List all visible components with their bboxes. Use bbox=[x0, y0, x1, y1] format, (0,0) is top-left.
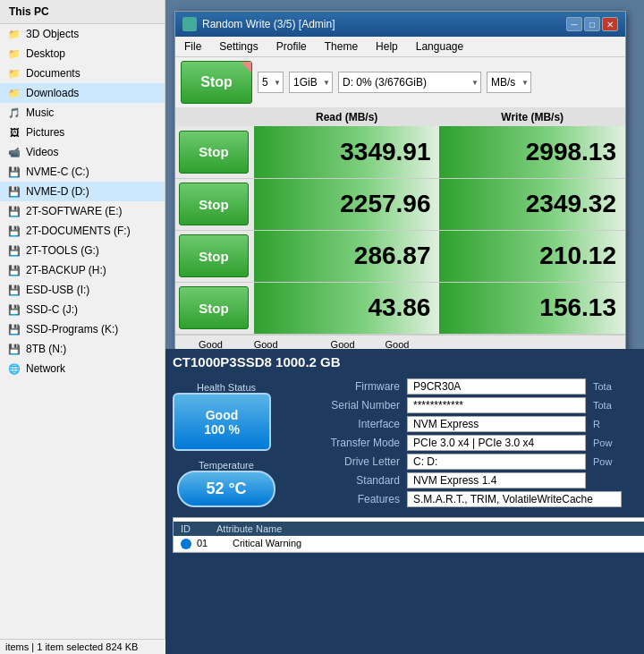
bench-write-4: 156.13 bbox=[439, 282, 625, 334]
maximize-button[interactable]: □ bbox=[584, 17, 600, 31]
drive-icon: 💾 bbox=[7, 302, 21, 317]
firmware-extra: Tota bbox=[593, 381, 612, 392]
sidebar-item-music[interactable]: 🎵 Music bbox=[0, 103, 165, 123]
close-button[interactable]: ✕ bbox=[602, 17, 618, 31]
bench-read-2: 2257.96 bbox=[254, 178, 440, 230]
sidebar-item-2t-documents-f[interactable]: 💾 2T-DOCUMENTS (F:) bbox=[0, 221, 165, 241]
drive-icon: 💾 bbox=[7, 322, 21, 336]
sidebar-item-downloads[interactable]: 📁 Downloads bbox=[0, 83, 165, 103]
app-icon bbox=[182, 17, 197, 31]
sidebar-item-esd-usb-i[interactable]: 💾 ESD-USB (I:) bbox=[0, 280, 165, 300]
sidebar-item-label: Pictures bbox=[26, 126, 64, 139]
stop-button-3[interactable]: Stop bbox=[179, 234, 249, 277]
bench-header-write: Write (MB/s) bbox=[439, 108, 625, 126]
sidebar-item-pictures[interactable]: 🖼 Pictures bbox=[0, 123, 165, 142]
sidebar-item-label: Desktop bbox=[26, 47, 65, 60]
folder-icon: 📁 bbox=[7, 47, 21, 61]
drive-icon: 💾 bbox=[7, 184, 21, 199]
sidebar-item-videos[interactable]: 📹 Videos bbox=[0, 142, 165, 162]
serial-value: ************ bbox=[407, 397, 586, 413]
stop-button-1[interactable]: Stop bbox=[179, 131, 249, 174]
bench-btn-cell-2: Stop bbox=[175, 178, 254, 230]
count-select-wrapper: 5 bbox=[258, 72, 284, 93]
sidebar-item-ssd-programs-k[interactable]: 💾 SSD-Programs (K:) bbox=[0, 319, 165, 339]
sidebar-item-documents[interactable]: 📁 Documents bbox=[0, 64, 165, 83]
menu-settings[interactable]: Settings bbox=[216, 38, 261, 55]
count-select[interactable]: 5 bbox=[258, 72, 284, 93]
cdi-drive-name: CT1000P3SSD8 1000.2 GB bbox=[173, 354, 644, 369]
drive-select-wrapper: D: 0% (3/676GiB) bbox=[338, 72, 481, 93]
toolbar: Stop 5 1GiB D: 0% (3/676GiB) MB/s bbox=[175, 57, 625, 108]
cdi-field-drive-letter: Drive Letter C: D: Pow bbox=[291, 454, 644, 470]
unit-select[interactable]: MB/s bbox=[487, 72, 531, 93]
status-good-jk: Good bbox=[331, 339, 355, 350]
size-select[interactable]: 1GiB bbox=[289, 72, 333, 93]
sidebar-item-2t-backup-h[interactable]: 💾 2T-BACKUP (H:) bbox=[0, 260, 165, 280]
menu-language[interactable]: Language bbox=[412, 38, 467, 55]
minimize-button[interactable]: ─ bbox=[566, 17, 582, 31]
bench-write-1: 2998.13 bbox=[439, 126, 625, 178]
sidebar-item-nvme-d[interactable]: 💾 NVME-D (D:) bbox=[0, 182, 165, 201]
sidebar-item-label: Documents bbox=[26, 67, 80, 80]
sidebar-item-network[interactable]: 🌐 Network bbox=[0, 359, 165, 378]
table-row: Stop 2257.96 2349.32 bbox=[175, 178, 625, 230]
window-titlebar: Random Write (3/5) [Admin] ─ □ ✕ bbox=[175, 12, 625, 37]
standard-label: Standard bbox=[291, 474, 407, 487]
menu-help[interactable]: Help bbox=[372, 38, 402, 55]
table-row: Stop 3349.91 2998.13 bbox=[175, 126, 625, 178]
sidebar-item-2t-tools-g[interactable]: 💾 2T-TOOLS (G:) bbox=[0, 241, 165, 260]
drive-letter-extra: Pow bbox=[593, 456, 612, 467]
sidebar-item-label: ESD-USB (I:) bbox=[26, 284, 89, 296]
menu-theme[interactable]: Theme bbox=[321, 38, 361, 55]
serial-label: Serial Number bbox=[291, 399, 407, 412]
folder-icon: 📁 bbox=[7, 27, 21, 41]
interface-value: NVM Express bbox=[407, 416, 586, 432]
sidebar-item-label: Network bbox=[26, 362, 65, 375]
temp-label: Temperature bbox=[173, 460, 280, 471]
size-select-wrapper: 1GiB bbox=[289, 72, 333, 93]
window-controls: ─ □ ✕ bbox=[566, 17, 618, 31]
temperature-button[interactable]: 52 °C bbox=[177, 471, 275, 507]
sidebar-item-label: 2T-SOFTWARE (E:) bbox=[26, 205, 123, 217]
sidebar-item-label: Videos bbox=[26, 146, 58, 158]
stop-button-2[interactable]: Stop bbox=[179, 183, 249, 225]
stop-main-button[interactable]: Stop bbox=[181, 61, 252, 104]
status-good-n: Good bbox=[386, 339, 411, 350]
bench-table: Read (MB/s) Write (MB/s) Stop 3349.91 29… bbox=[175, 108, 625, 335]
smart-col-name-header: Attribute Name bbox=[216, 523, 644, 534]
drive-icon: 💾 bbox=[7, 283, 21, 297]
cdi-field-firmware: Firmware P9CR30A Tota bbox=[291, 378, 644, 395]
main-area: Random Write (3/5) [Admin] ─ □ ✕ File Se… bbox=[165, 0, 644, 654]
sidebar-item-nvme-c[interactable]: 💾 NVME-C (C:) bbox=[0, 162, 165, 182]
bench-btn-cell-1: Stop bbox=[175, 126, 254, 178]
smart-name-01: Critical Warning bbox=[233, 538, 644, 549]
cdi-field-features: Features S.M.A.R.T., TRIM, VolatileWrite… bbox=[291, 491, 644, 507]
standard-value: NVM Express 1.4 bbox=[407, 472, 586, 488]
menu-profile[interactable]: Profile bbox=[273, 38, 310, 55]
drive-icon: 💾 bbox=[7, 243, 21, 258]
unit-select-wrapper: MB/s bbox=[487, 72, 531, 93]
drive-select[interactable]: D: 0% (3/676GiB) bbox=[338, 72, 481, 93]
bench-read-4: 43.86 bbox=[254, 282, 440, 334]
sidebar-item-3d-objects[interactable]: 📁 3D Objects bbox=[0, 24, 165, 44]
menu-file[interactable]: File bbox=[181, 38, 205, 55]
sidebar-item-8tb-n[interactable]: 💾 8TB (N:) bbox=[0, 339, 165, 359]
smart-table: ID Attribute Name 01 Critical Warning bbox=[173, 517, 644, 553]
drive-icon: 💾 bbox=[7, 224, 21, 238]
smart-row-01[interactable]: 01 Critical Warning bbox=[174, 536, 644, 552]
sidebar-item-label: 2T-BACKUP (H:) bbox=[26, 264, 106, 276]
cdm-window: Random Write (3/5) [Admin] ─ □ ✕ File Se… bbox=[174, 11, 626, 376]
stop-button-4[interactable]: Stop bbox=[179, 286, 249, 329]
bench-read-1: 3349.91 bbox=[254, 126, 440, 178]
health-label: Health Status bbox=[173, 382, 280, 393]
health-status-value: Good bbox=[206, 408, 239, 422]
sidebar-item-ssd-c-j[interactable]: 💾 SSD-C (J:) bbox=[0, 300, 165, 319]
features-label: Features bbox=[291, 493, 407, 505]
bench-read-3: 286.87 bbox=[254, 230, 440, 282]
sidebar-item-label: 3D Objects bbox=[26, 28, 79, 40]
sidebar-item-2t-software-e[interactable]: 💾 2T-SOFTWARE (E:) bbox=[0, 201, 165, 221]
bench-btn-cell-3: Stop bbox=[175, 230, 254, 282]
health-status-button[interactable]: Good 100 % bbox=[173, 393, 271, 451]
window-title: Random Write (3/5) [Admin] bbox=[202, 18, 335, 30]
sidebar-item-desktop[interactable]: 📁 Desktop bbox=[0, 44, 165, 64]
